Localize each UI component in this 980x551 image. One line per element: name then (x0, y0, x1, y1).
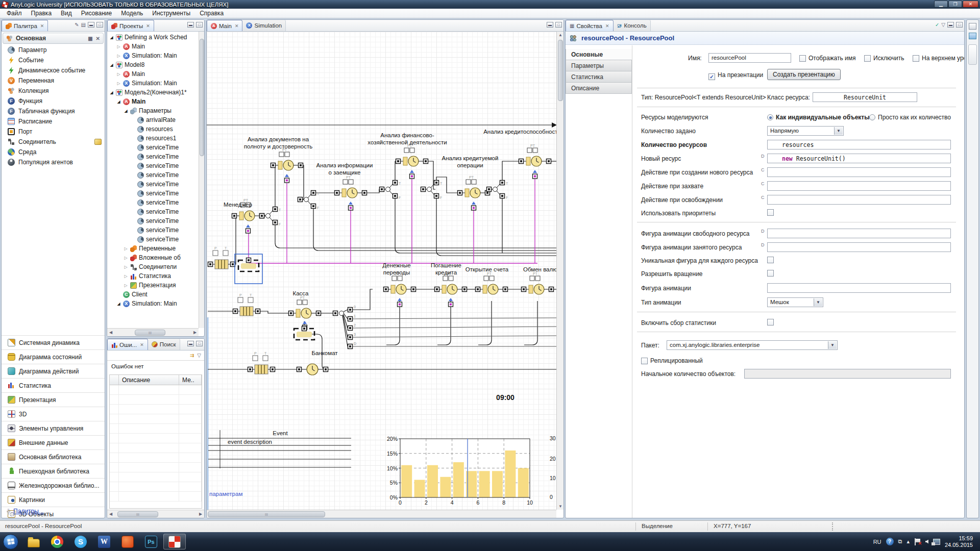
radio-selected-icon[interactable] (767, 114, 773, 120)
palette-item-collection[interactable]: Коллекция (2, 86, 105, 96)
properties-tab-параметры[interactable]: Параметры (566, 60, 632, 71)
top-level-checkbox[interactable]: На верхнем уровне (913, 55, 965, 62)
panel-handle[interactable] (968, 44, 977, 65)
layout-grid-icon[interactable]: ▦ (88, 36, 92, 41)
close-icon[interactable]: ✕ (140, 342, 144, 347)
show-hidden-icons[interactable]: ▴ (906, 538, 910, 545)
palette-section-pictures[interactable]: Картинки (2, 492, 105, 507)
view-menu-icon[interactable]: ▤ (81, 22, 86, 28)
on-new-input[interactable] (767, 167, 951, 177)
start-button[interactable] (3, 534, 18, 549)
errors-horizontal-scrollbar[interactable]: ◀ III ▶ (107, 510, 204, 518)
scroll-right-icon[interactable]: ▶ (191, 330, 199, 335)
tree-item-презентация[interactable]: ▷Презентация (107, 281, 199, 290)
palette-item-connector[interactable]: Соединитель (2, 137, 105, 147)
projects-horizontal-scrollbar[interactable]: ◀ III ▶ (107, 328, 199, 336)
action-center-flag-icon[interactable]: ✕ (914, 538, 921, 545)
tree-item-соединители[interactable]: ▷Соединители (107, 262, 199, 271)
expander-icon[interactable]: ▷ (116, 54, 121, 58)
minimize-panel-icon[interactable]: ▬ (947, 22, 954, 28)
help-icon[interactable]: ? (886, 538, 894, 545)
tab-search[interactable]: Поиск (148, 339, 180, 350)
tree-item-resources[interactable]: resources (107, 124, 199, 134)
expander-icon[interactable]: ▷ (124, 265, 128, 269)
expander-icon[interactable]: ▷ (116, 72, 121, 77)
network-icon[interactable] (933, 539, 940, 545)
scroll-down-icon[interactable]: ▼ (557, 504, 564, 509)
properties-tab-основные[interactable]: Основные (566, 49, 632, 60)
expander-icon[interactable]: ▷ (124, 283, 128, 288)
menu-модель[interactable]: Модель (116, 9, 148, 18)
checkbox-icon[interactable] (799, 55, 806, 62)
chevron-down-icon[interactable]: ▼ (828, 341, 837, 349)
palettes-link[interactable]: Палитры... (13, 508, 44, 515)
expander-icon[interactable]: ▷ (116, 44, 121, 49)
minimize-window-button[interactable]: ▁ (934, 1, 948, 8)
tree-item-simulation-main[interactable]: ◢XSimulation: Main (107, 299, 199, 308)
properties-tab-статистика[interactable]: Статистика (566, 71, 632, 83)
scroll-right-icon[interactable]: ▶ (197, 512, 204, 516)
collapse-icon[interactable]: ✕ (96, 36, 100, 41)
close-window-button[interactable]: ✕ (963, 1, 978, 8)
palette-item-environment[interactable]: Среда (2, 147, 105, 157)
unique-shape-checkbox[interactable] (767, 257, 774, 263)
chevron-down-icon[interactable]: ▼ (834, 127, 843, 135)
properties-tab-описание[interactable]: Описание (566, 83, 632, 94)
palette-section-pedlib[interactable]: Пешеход­ная библиотека (2, 464, 105, 478)
maximize-panel-icon[interactable]: □ (96, 22, 103, 28)
qty-defined-dropdown[interactable]: Напрямую▼ (767, 126, 844, 136)
tab-main[interactable]: A Main ✕ (207, 20, 242, 31)
expander-icon[interactable]: ◢ (109, 63, 114, 67)
palette-section-extdata[interactable]: Внешние данные (2, 435, 105, 449)
tree-item-model8[interactable]: ◢Model8 (107, 60, 199, 69)
maximize-window-button[interactable]: ❐ (948, 1, 962, 8)
chevron-down-icon[interactable]: ▼ (814, 298, 822, 306)
errors-col-description[interactable]: Описание (119, 375, 179, 385)
palette-section-header[interactable]: Основная ▦ ✕ (3, 33, 104, 44)
tree-item-переменные[interactable]: ▷Переменные (107, 244, 199, 253)
editor-horizontal-scrollbar[interactable]: III (207, 510, 556, 518)
tree-item-servicetime[interactable]: serviceTime (107, 170, 199, 180)
anim-idle-input[interactable] (767, 229, 951, 238)
replicated-checkbox[interactable]: Реплицированный (641, 357, 703, 364)
tab-palette[interactable]: Палитра ✕ (2, 20, 48, 31)
anim-shape-input[interactable] (767, 283, 951, 293)
minimize-panel-icon[interactable]: ▬ (187, 22, 194, 28)
anim-type-dropdown[interactable]: Мешок▼ (767, 297, 823, 307)
radio-icon[interactable] (869, 114, 875, 120)
use-priorities-checkbox[interactable] (767, 209, 774, 216)
palette-item-param[interactable]: Параметр (2, 45, 105, 55)
palette-item-variable[interactable]: VПеременная (2, 76, 105, 86)
checkbox-icon[interactable] (641, 358, 648, 364)
anim-busy-input[interactable] (767, 242, 951, 252)
menu-рисование[interactable]: Рисование (77, 9, 116, 18)
palette-section-actionchart[interactable]: Диаграмма действий (2, 364, 105, 378)
close-icon[interactable]: ✕ (40, 23, 44, 29)
palette-item-schedule[interactable]: Расписание (2, 116, 105, 127)
allow-rotation-checkbox[interactable] (767, 270, 774, 277)
resource-class-input[interactable]: ResourceUnit (813, 92, 917, 102)
package-dropdown[interactable]: com.xj.anylogic.libraries.enterprise▼ (667, 340, 838, 350)
palette-section-raillib[interactable]: Железнодорожная библио... (2, 478, 105, 492)
menu-вид[interactable]: Вид (56, 9, 77, 18)
minimize-panel-icon[interactable]: ▬ (187, 341, 194, 346)
tree-item-arrivalrate[interactable]: arrivalRate (107, 115, 199, 124)
restore-panel-icon[interactable] (969, 23, 976, 30)
maximize-panel-icon[interactable]: □ (956, 22, 963, 28)
close-icon[interactable]: ✕ (146, 23, 150, 29)
palette-section-statechart[interactable]: Диаграмма состояний (2, 349, 105, 364)
tree-item-main[interactable]: ◢AMain (107, 97, 199, 106)
close-icon[interactable]: ✕ (605, 23, 609, 29)
tree-item-servicetime[interactable]: serviceTime (107, 180, 199, 189)
maximize-panel-icon[interactable]: □ (196, 341, 203, 346)
palette-section-sysdyn[interactable]: Системная динамика (2, 335, 105, 349)
tree-item-servicetime[interactable]: serviceTime (107, 235, 199, 244)
palette-section-mainlib[interactable]: Основная библиотека (2, 449, 105, 464)
palette-section-presentation[interactable]: Презентация (2, 392, 105, 407)
on-seize-input[interactable] (767, 181, 951, 191)
show-name-checkbox[interactable]: Отображать имя (799, 55, 856, 62)
taskbar-skype[interactable]: S (69, 534, 92, 549)
palette-section-statistics[interactable]: Статистика (2, 378, 105, 392)
volume-icon[interactable] (925, 540, 928, 544)
tab-console[interactable]: 🖳 Консоль (614, 20, 651, 31)
